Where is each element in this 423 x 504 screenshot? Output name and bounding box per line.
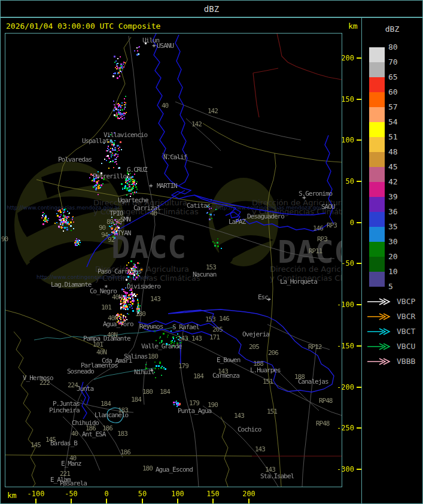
scale-color-box (369, 227, 385, 242)
scale-color-box (369, 152, 385, 167)
scale-color-box (369, 257, 385, 272)
horizontal-tick-mark (142, 499, 143, 503)
scale-value-label: 45 (388, 163, 409, 171)
horizontal-axis-unit: km (7, 491, 17, 500)
horizontal-tick-label: -100 (23, 490, 49, 498)
vertical-tick-label: -250 (334, 424, 354, 432)
vertical-tick-label: -50 (334, 259, 354, 268)
vertical-tick-mark (357, 263, 361, 264)
scale-value-label: 5 (388, 283, 409, 291)
horizontal-tick-label: 150 (200, 490, 226, 498)
vertical-tick-mark (357, 181, 361, 182)
vertical-tick-label: 50 (334, 177, 354, 186)
vector-legend-label: VBCU (397, 342, 415, 351)
horizontal-tick-mark (248, 499, 249, 503)
vbcp-arrow-icon (367, 298, 393, 305)
vertical-tick-mark (357, 469, 361, 470)
scale-color-box (369, 212, 385, 227)
page-title: dBZ (204, 4, 219, 14)
vbcu-arrow-icon (367, 343, 393, 350)
vertical-tick-mark (357, 99, 361, 100)
timestamp: 2026/01/04 03:00:00 UTC Composite (6, 22, 160, 31)
vertical-axis-unit: km (348, 22, 358, 31)
horizontal-tick-label: 100 (165, 490, 191, 498)
scale-value-label: 70 (388, 58, 409, 66)
scale-color-box (369, 77, 385, 92)
vertical-tick-label: -100 (334, 300, 354, 309)
vector-legend-row: VBBB (362, 357, 422, 366)
scale-value-label: 65 (388, 73, 409, 81)
vector-legend-row: VBCT (362, 327, 422, 336)
vertical-tick-label: 150 (334, 95, 354, 104)
vertical-tick-mark (357, 387, 361, 388)
scale-color-box (369, 122, 385, 137)
scale-value-label: 35 (388, 223, 409, 231)
horizontal-tick-mark (35, 499, 36, 503)
vbcr-arrow-icon (367, 313, 393, 320)
horizontal-tick-mark (212, 499, 214, 503)
vertical-tick-label: 100 (334, 136, 354, 144)
scale-color-box (369, 167, 385, 182)
scale-color-box (369, 107, 385, 122)
scale-color-box (369, 272, 385, 287)
radar-map: DACC DACC Dirección de Agricultura y Con… (5, 33, 342, 487)
vertical-tick-label: -200 (334, 383, 354, 391)
scale-heading: dBZ (362, 25, 422, 34)
scale-value-label: 57 (388, 103, 409, 111)
scale-color-box (369, 197, 385, 212)
horizontal-tick-mark (106, 499, 107, 503)
title-bar: dBZ (0, 0, 423, 17)
vector-legend-row: VBCP (362, 297, 422, 306)
horizontal-tick-label: -50 (58, 490, 84, 498)
vertical-tick-mark (357, 57, 361, 59)
scale-value-label: 20 (388, 253, 409, 261)
vertical-tick-label: 200 (334, 54, 354, 62)
vector-legend-label: VBBB (397, 357, 415, 366)
vector-legend-row: VBCR (362, 312, 422, 321)
vertical-tick-label: -150 (334, 342, 354, 350)
scale-value-label: 10 (388, 268, 409, 276)
scale-value-label: 51 (388, 133, 409, 141)
vector-legend-label: VBCT (397, 327, 415, 336)
vertical-tick-label: 0 (334, 218, 354, 227)
scale-value-label: 54 (388, 118, 409, 126)
horizontal-tick-label: 50 (129, 490, 156, 498)
vector-legend-label: VBCR (397, 312, 415, 321)
scale-value-label: 42 (388, 178, 409, 186)
scale-color-box (369, 242, 385, 257)
vbbb-arrow-icon (367, 358, 393, 365)
radar-echo-layer (5, 34, 342, 487)
scale-value-label: 60 (388, 88, 409, 96)
legend-panel: dBZ 807065605754514845423936353020105 VB… (361, 17, 423, 504)
horizontal-tick-label: 200 (236, 490, 262, 498)
scale-value-label: 80 (388, 43, 409, 51)
vertical-tick-mark (357, 304, 361, 305)
scale-value-label: 30 (388, 238, 409, 246)
scale-value-label: 36 (388, 208, 409, 216)
scale-color-box (369, 137, 385, 152)
horizontal-tick-label: 0 (93, 490, 120, 498)
scale-color-box (369, 92, 385, 107)
vertical-tick-mark (357, 139, 361, 141)
vertical-tick-mark (357, 222, 361, 223)
vertical-tick-label: -300 (334, 465, 354, 473)
scale-value-label: 48 (388, 148, 409, 156)
scale-color-box (369, 182, 385, 197)
scale-color-box (369, 62, 385, 77)
scale-color-box (369, 47, 385, 62)
vector-legend-label: VBCP (397, 297, 415, 306)
vertical-tick-mark (357, 427, 361, 429)
vbct-arrow-icon (367, 328, 393, 335)
scale-value-label: 39 (388, 193, 409, 201)
horizontal-tick-mark (177, 499, 178, 503)
radar-app-window: { "title_bar": { "title": "dBZ" }, "head… (0, 0, 423, 504)
vector-legend-row: VBCU (362, 342, 422, 351)
horizontal-tick-mark (71, 499, 72, 503)
vertical-tick-mark (357, 345, 361, 347)
